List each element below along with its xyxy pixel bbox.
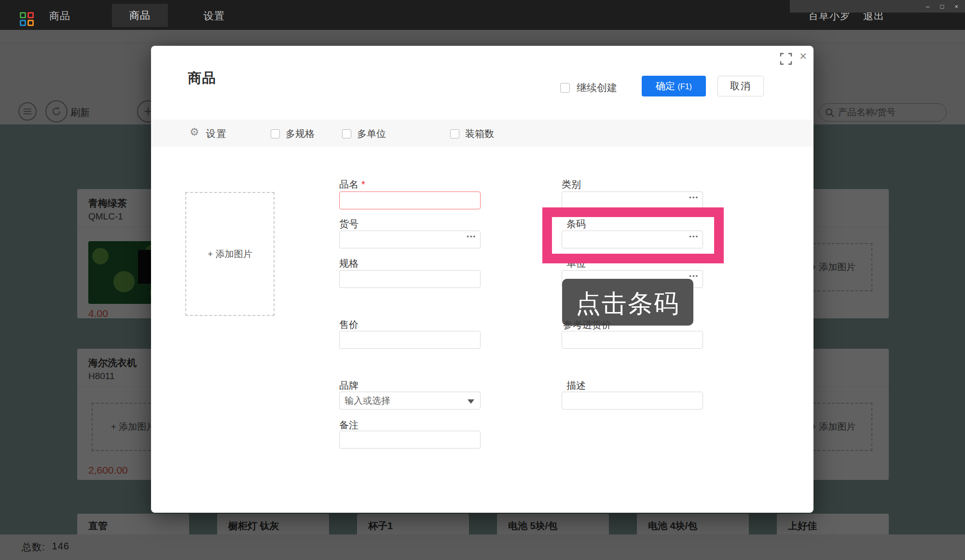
field-label-sku: 货号 bbox=[339, 218, 358, 231]
confirm-shortcut: (F1) bbox=[678, 82, 692, 91]
confirm-button[interactable]: 确定 (F1) bbox=[642, 76, 706, 96]
chevron-down-icon bbox=[468, 399, 474, 404]
brand-select[interactable] bbox=[339, 392, 481, 410]
field-label-description: 描述 bbox=[566, 379, 586, 392]
price-input[interactable] bbox=[340, 331, 480, 348]
spec-input[interactable] bbox=[340, 271, 480, 287]
box-count-label: 装箱数 bbox=[465, 127, 494, 140]
tab-products[interactable]: 商品 bbox=[112, 4, 168, 27]
field-label-name: 品名* bbox=[339, 178, 365, 191]
field-label-note: 备注 bbox=[339, 419, 358, 432]
ellipsis-icon[interactable]: ••• bbox=[467, 233, 476, 240]
continue-create-label: 继续创建 bbox=[577, 81, 617, 95]
field-label-barcode: 条码 bbox=[566, 218, 586, 231]
app-logo-icon bbox=[20, 12, 34, 27]
tooltip-text: 点击条码 bbox=[576, 284, 680, 321]
field-label-purchase-price: 参考进货价 bbox=[563, 318, 611, 331]
box-count-checkbox[interactable]: 装箱数 bbox=[450, 127, 494, 140]
required-asterisk: * bbox=[361, 179, 365, 190]
price-field bbox=[339, 331, 481, 349]
note-input[interactable] bbox=[340, 431, 480, 448]
purchase-price-field bbox=[562, 331, 703, 349]
settings-bar: ⚙ 设置 多规格 多单位 装箱数 bbox=[151, 120, 813, 147]
checkbox-icon bbox=[560, 83, 570, 93]
window-maximize-icon[interactable]: □ bbox=[940, 3, 944, 10]
confirm-label: 确定 bbox=[656, 81, 675, 91]
sku-field: ••• bbox=[339, 231, 481, 248]
multi-unit-checkbox[interactable]: 多单位 bbox=[342, 127, 386, 140]
expand-icon[interactable] bbox=[780, 53, 792, 65]
sku-input[interactable] bbox=[340, 231, 480, 248]
ellipsis-icon[interactable]: ••• bbox=[689, 273, 699, 280]
product-dialog: × 商品 继续创建 确定 (F1) 取消 ⚙ 设置 多规格 多单位 装箱数 + … bbox=[151, 46, 813, 513]
continue-create-checkbox[interactable]: 继续创建 bbox=[560, 81, 617, 95]
brand-input[interactable] bbox=[340, 392, 480, 409]
window-controls: – □ × bbox=[790, 0, 965, 13]
field-label-unit: 单位 bbox=[566, 257, 586, 270]
settings-label[interactable]: 设置 bbox=[206, 127, 227, 140]
field-label-brand: 品牌 bbox=[339, 379, 358, 392]
tab-settings[interactable]: 设置 bbox=[204, 9, 225, 23]
cancel-button[interactable]: 取消 bbox=[717, 76, 764, 96]
checkbox-icon bbox=[342, 129, 351, 138]
checkbox-icon bbox=[450, 129, 459, 138]
multi-unit-label: 多单位 bbox=[357, 127, 386, 140]
category-input[interactable] bbox=[562, 192, 703, 209]
ellipsis-icon[interactable]: ••• bbox=[689, 233, 699, 240]
multi-spec-label: 多规格 bbox=[286, 127, 315, 140]
field-label-price: 售价 bbox=[339, 318, 358, 331]
gear-icon: ⚙ bbox=[190, 126, 199, 138]
window-minimize-icon[interactable]: – bbox=[926, 3, 929, 10]
purchase-price-input[interactable] bbox=[562, 331, 703, 348]
name-input[interactable] bbox=[340, 192, 480, 209]
app-module-label: 商品 bbox=[49, 9, 70, 23]
name-field bbox=[339, 191, 481, 209]
window-close-icon[interactable]: × bbox=[954, 3, 958, 10]
dialog-title: 商品 bbox=[188, 69, 217, 87]
close-icon[interactable]: × bbox=[800, 50, 807, 62]
checkbox-icon bbox=[271, 129, 280, 138]
titlebar: 商品 商品 设置 百草小罗 退出 – □ × bbox=[0, 0, 965, 30]
spec-field bbox=[339, 270, 481, 288]
description-field bbox=[562, 392, 703, 410]
field-label-spec: 规格 bbox=[339, 257, 358, 270]
add-photo-button[interactable]: + 添加图片 bbox=[185, 192, 275, 316]
description-input[interactable] bbox=[562, 392, 703, 409]
multi-spec-checkbox[interactable]: 多规格 bbox=[271, 127, 315, 140]
category-field: ••• bbox=[562, 191, 703, 209]
barcode-field: ••• bbox=[562, 231, 703, 248]
ellipsis-icon[interactable]: ••• bbox=[689, 194, 699, 201]
field-label-category: 类别 bbox=[562, 178, 581, 191]
barcode-input[interactable] bbox=[562, 231, 703, 248]
note-field bbox=[339, 431, 481, 449]
